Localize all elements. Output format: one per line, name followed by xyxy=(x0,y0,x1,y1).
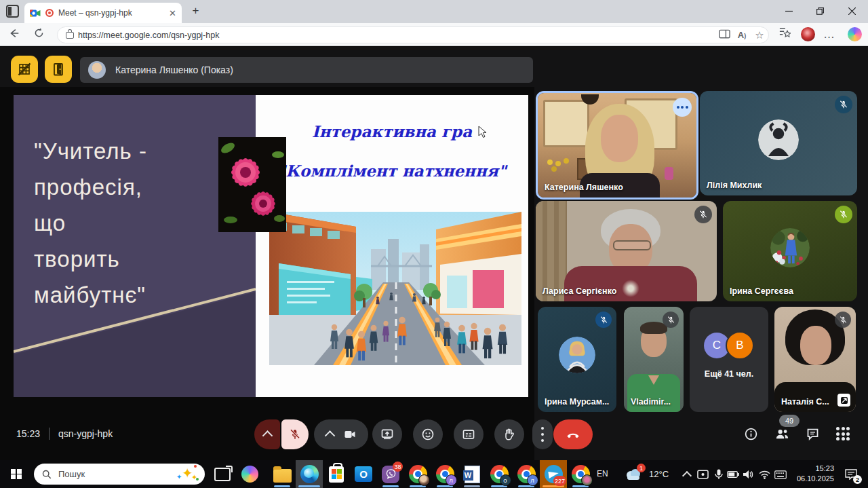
task-view-button[interactable] xyxy=(209,460,236,488)
google-meet-favicon xyxy=(30,9,41,18)
viber-badge: 38 xyxy=(393,462,403,472)
mic-options-button[interactable] xyxy=(254,419,280,449)
open-indicator xyxy=(298,485,320,487)
chrome-icon: л xyxy=(517,465,536,483)
chat-button[interactable] xyxy=(802,424,823,444)
taskbar-chrome-profile3[interactable]: o xyxy=(486,460,513,488)
split-screen-icon[interactable] xyxy=(715,29,733,41)
tile-vladimir[interactable]: Vladimir... xyxy=(624,307,684,412)
window-restore-button[interactable] xyxy=(806,0,833,22)
flower-image xyxy=(218,137,286,232)
notification-center-button[interactable]: 2 xyxy=(843,467,859,482)
participant-name: Лілія Михлик xyxy=(707,181,762,190)
participant-name: Катерина Ляшенко xyxy=(545,183,623,192)
camera-button[interactable] xyxy=(314,419,368,449)
battery-icon xyxy=(727,471,739,478)
browser-menu-icon[interactable]: … xyxy=(822,27,837,42)
window-close-button[interactable] xyxy=(838,0,865,22)
raise-hand-button[interactable] xyxy=(494,419,524,449)
taskbar-chrome-profile5[interactable] xyxy=(567,460,594,488)
volume-indicator[interactable] xyxy=(742,468,754,481)
mic-muted-icon xyxy=(663,312,679,328)
temperature[interactable]: 12°C xyxy=(649,469,669,479)
tile-iryna-serhieieva[interactable]: Ірина Сергєєва xyxy=(723,201,857,301)
new-tab-button[interactable]: + xyxy=(190,5,201,17)
window-minimize-button[interactable] xyxy=(775,0,802,22)
reactions-button[interactable] xyxy=(413,419,443,449)
microphone-indicator[interactable] xyxy=(713,468,725,481)
slide-title-line1: Інтерактивна гра xyxy=(256,122,528,140)
tab-actions-menu-icon[interactable] xyxy=(6,5,19,18)
profile-avatar[interactable] xyxy=(801,27,815,41)
screen-cast-indicator[interactable] xyxy=(696,468,709,481)
door-exit-button[interactable] xyxy=(45,56,72,83)
mic-muted-icon xyxy=(835,206,852,223)
taskbar-chrome-profile4[interactable]: л xyxy=(513,460,540,488)
mouse-cursor xyxy=(478,126,487,138)
presenter-banner[interactable]: Катерина Ляшенко (Показ) xyxy=(80,57,533,83)
taskbar-viber[interactable]: 38 xyxy=(377,460,404,488)
mic-mute-button[interactable] xyxy=(281,419,309,449)
weather-button[interactable]: 1 xyxy=(624,466,643,483)
present-icon xyxy=(380,428,394,441)
meeting-info-button[interactable] xyxy=(741,424,761,444)
tile-nataliya[interactable]: Наталія С... xyxy=(774,307,856,412)
taskbar-edge[interactable] xyxy=(296,460,323,488)
tile-larysa[interactable]: Лариса Сергієнко xyxy=(536,201,717,301)
outlook-icon: O xyxy=(355,466,372,482)
captions-icon xyxy=(462,428,475,441)
tile-options-button[interactable] xyxy=(673,98,692,117)
tile-more-participants[interactable]: C B Ещё 41 чел. xyxy=(690,307,768,412)
read-aloud-icon[interactable]: A) xyxy=(733,30,751,40)
taskbar-word[interactable]: W xyxy=(458,460,486,488)
url-bar[interactable]: https://meet.google.com/qsn-ygpj-hpk A) … xyxy=(57,26,769,43)
back-button[interactable] xyxy=(7,27,22,42)
taskbar-outlook[interactable]: O xyxy=(350,460,377,488)
end-call-button[interactable] xyxy=(553,419,593,449)
taskbar-store[interactable] xyxy=(323,460,350,488)
people-icon xyxy=(774,426,790,442)
wifi-indicator[interactable] xyxy=(758,468,770,481)
taskbar-file-explorer[interactable] xyxy=(269,460,296,488)
start-button[interactable] xyxy=(0,460,33,488)
shared-slide: "Учитель - професія, що творить майбутнє… xyxy=(14,95,528,397)
profile-photo-overlay xyxy=(418,474,430,486)
taskbar-chrome-profile2[interactable]: л xyxy=(431,460,458,488)
taskbar-chrome-profile1[interactable] xyxy=(404,460,431,488)
battery-indicator[interactable] xyxy=(727,468,739,481)
file-explorer-icon xyxy=(273,469,292,483)
profile-photo-overlay xyxy=(581,474,593,486)
chrome-icon: o xyxy=(490,465,509,483)
taskbar-search[interactable]: Пошук ✦ ✦ ✦ xyxy=(34,464,205,485)
captions-button[interactable] xyxy=(454,419,484,449)
microsoft-store-icon xyxy=(329,466,344,483)
picture-in-picture-icon[interactable] xyxy=(837,394,850,407)
emoji-icon xyxy=(421,428,435,441)
tile-katerina[interactable]: Катерина Ляшенко xyxy=(536,91,698,200)
grid-view-off-button[interactable] xyxy=(11,56,38,83)
taskbar-copilot-button[interactable] xyxy=(236,460,263,488)
tray-expand-button[interactable] xyxy=(681,468,693,481)
present-button[interactable] xyxy=(372,419,402,449)
copilot-icon[interactable] xyxy=(848,27,862,41)
collections-icon[interactable] xyxy=(777,27,792,42)
taskbar-clock[interactable]: 15:23 06.10.2025 xyxy=(791,464,834,484)
tab-close-icon[interactable]: ✕ xyxy=(169,8,176,18)
tile-liliya[interactable]: Лілія Михлик xyxy=(700,91,857,195)
more-options-button[interactable] xyxy=(532,419,553,449)
meeting-clock: 15:23 xyxy=(16,428,40,439)
browser-tab[interactable]: Meet – qsn-ygpj-hpk ✕ xyxy=(24,3,182,23)
taskbar-telegram[interactable]: 227 xyxy=(540,460,567,488)
notification-badge: 2 xyxy=(853,475,862,484)
chrome-icon: л xyxy=(436,465,454,483)
activities-button[interactable] xyxy=(833,424,853,444)
favorite-star-icon[interactable]: ☆ xyxy=(751,29,768,41)
chevron-up-icon xyxy=(682,471,692,481)
weather-badge: 1 xyxy=(637,464,646,472)
tile-iryna-mursam[interactable]: Ірина Мурсам... xyxy=(538,307,616,412)
language-indicator[interactable]: EN xyxy=(597,469,608,478)
touch-keyboard-indicator[interactable] xyxy=(774,468,787,481)
refresh-button[interactable] xyxy=(31,27,46,42)
avatar-iryna-mursam xyxy=(559,337,595,373)
search-placeholder: Пошук xyxy=(58,469,175,479)
